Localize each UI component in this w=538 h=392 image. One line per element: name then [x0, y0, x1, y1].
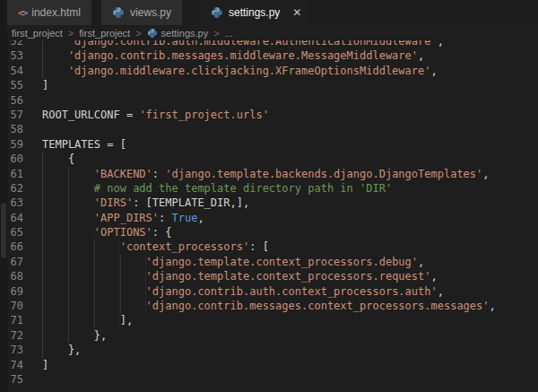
code-line[interactable]: 56 — [7, 93, 538, 108]
token-plain: ], — [120, 314, 133, 327]
code-line[interactable]: 66'context_processors': [ — [7, 240, 538, 254]
token-string: 'APP_DIRS' — [94, 212, 159, 224]
code-text: ], — [42, 313, 133, 327]
line-number[interactable]: 64 — [7, 211, 23, 225]
tab-label: views.py — [130, 6, 171, 19]
code-line[interactable]: 68'django.template.context_processors.re… — [7, 269, 538, 283]
code-lines: 52'django.contrib.auth.middleware.Authen… — [7, 40, 538, 387]
breadcrumb: first_project>first_project>settings.py>… — [7, 25, 538, 40]
code-text: 'django.contrib.auth.middleware.Authenti… — [42, 40, 444, 48]
token-plain: , — [438, 40, 444, 48]
close-icon[interactable]: ✕ — [292, 7, 301, 18]
token-plain: , — [490, 300, 496, 312]
line-number[interactable]: 58 — [7, 122, 23, 136]
code-line[interactable]: 69'django.contrib.auth.context_processor… — [7, 284, 538, 299]
line-number[interactable]: 57 — [7, 108, 23, 122]
token-string: 'django.contrib.messages.middleware.Mess… — [68, 49, 418, 62]
html-icon: <> — [18, 7, 26, 19]
code-line[interactable]: 65'OPTIONS': { — [7, 225, 538, 240]
line-number[interactable]: 74 — [7, 358, 23, 372]
code-line[interactable]: 67'django.template.context_processors.de… — [7, 255, 538, 269]
line-number[interactable]: 69 — [7, 284, 23, 299]
line-number[interactable]: 54 — [7, 64, 23, 78]
code-line[interactable]: 73}, — [7, 343, 538, 357]
code-line[interactable]: 62# now add the template directory path … — [7, 181, 538, 196]
code-text: ] — [42, 78, 48, 92]
line-number[interactable]: 72 — [7, 328, 23, 343]
code-line[interactable]: 54'django.middleware.clickjacking.XFrame… — [7, 64, 538, 78]
line-number[interactable]: 62 — [7, 181, 23, 196]
code-line[interactable]: 53'django.contrib.messages.middleware.Me… — [7, 48, 538, 63]
line-number[interactable]: 66 — [7, 240, 23, 254]
code-line[interactable]: 74] — [7, 358, 538, 372]
indent-guides — [42, 255, 146, 269]
code-text: 'django.contrib.auth.context_processors.… — [42, 284, 444, 299]
code-line[interactable]: 57ROOT_URLCONF = 'first_project.urls' — [7, 108, 538, 122]
token-string: 'OPTIONS' — [94, 226, 152, 239]
breadcrumb-item-settings-py[interactable]: settings.py — [147, 28, 209, 39]
line-number[interactable]: 67 — [7, 255, 23, 269]
tab-views-py[interactable]: views.py — [101, 0, 182, 25]
code-text: ] — [42, 358, 48, 372]
breadcrumb-item-first-project[interactable]: first_project — [12, 28, 63, 39]
token-string: 'django.contrib.auth.middleware.Authenti… — [68, 40, 438, 48]
token-string: 'DIRS' — [94, 196, 133, 209]
python-icon — [211, 6, 223, 19]
code-line[interactable]: 72}, — [7, 328, 538, 343]
code-line[interactable]: 75 — [7, 372, 538, 387]
token-string: 'django.contrib.auth.context_processors.… — [146, 285, 438, 298]
tab-index-html[interactable]: <>index.html — [7, 0, 91, 25]
line-number[interactable]: 60 — [7, 152, 23, 166]
line-number[interactable]: 52 — [7, 40, 23, 48]
breadcrumb-item--[interactable]: ... — [225, 28, 233, 39]
line-number[interactable]: 70 — [7, 299, 23, 313]
code-text: 'APP_DIRS': True, — [42, 211, 204, 225]
line-number[interactable]: 65 — [7, 225, 23, 240]
breadcrumb-label: first_project — [12, 28, 63, 39]
token-plain: , — [197, 212, 204, 224]
token-string: 'django.template.context_processors.debu… — [146, 256, 418, 268]
breadcrumb-label: settings.py — [161, 28, 209, 39]
token-plain: ROOT_URLCONF = — [42, 109, 139, 121]
line-number[interactable]: 63 — [7, 196, 23, 210]
code-editor[interactable]: 52'django.contrib.auth.middleware.Authen… — [7, 40, 538, 392]
indent-guides — [42, 313, 120, 327]
line-number[interactable]: 53 — [7, 48, 23, 63]
code-line[interactable]: 59TEMPLATES = [ — [7, 137, 538, 152]
line-number[interactable]: 61 — [7, 167, 23, 181]
indent-guides — [42, 196, 94, 210]
indent-guides — [42, 299, 146, 313]
line-number[interactable]: 68 — [7, 269, 23, 283]
line-number[interactable]: 55 — [7, 78, 23, 92]
line-number[interactable]: 75 — [7, 372, 23, 387]
token-plain: , — [430, 270, 437, 283]
breadcrumb-item-first-project[interactable]: first_project — [79, 28, 130, 39]
token-keyword: True — [172, 212, 198, 224]
token-string: 'django.template.backends.django.DjangoT… — [165, 168, 482, 180]
token-plain: , — [438, 285, 444, 298]
code-line[interactable]: 52'django.contrib.auth.middleware.Authen… — [7, 40, 538, 48]
code-line[interactable]: 64'APP_DIRS': True, — [7, 211, 538, 225]
code-line[interactable]: 58 — [7, 122, 538, 136]
code-line[interactable]: 55] — [7, 78, 538, 92]
indent-guides — [42, 343, 68, 357]
code-line[interactable]: 60{ — [7, 152, 538, 166]
editor-left-gutter-strip — [0, 0, 7, 392]
line-number[interactable]: 56 — [7, 93, 23, 108]
code-text: }, — [42, 343, 81, 357]
line-number[interactable]: 59 — [7, 137, 23, 152]
line-number[interactable]: 73 — [7, 343, 23, 357]
code-line[interactable]: 71], — [7, 313, 538, 327]
code-text: 'context_processors': [ — [42, 240, 269, 254]
scrollbar-thumb[interactable] — [1, 203, 6, 258]
tab-settings-py[interactable]: settings.py✕ — [200, 0, 308, 25]
tab-bar: <>index.htmlviews.pysettings.py✕ — [7, 0, 538, 25]
code-line[interactable]: 63'DIRS': [TEMPLATE_DIR,], — [7, 196, 538, 210]
code-line[interactable]: 70'django.contrib.messages.context_proce… — [7, 299, 538, 313]
line-number[interactable]: 71 — [7, 313, 23, 327]
indent-guides — [42, 152, 68, 166]
breadcrumb-label: ... — [225, 28, 233, 39]
code-line[interactable]: 61'BACKEND': 'django.template.backends.d… — [7, 167, 538, 181]
code-text: ROOT_URLCONF = 'first_project.urls' — [42, 108, 269, 122]
python-icon — [147, 28, 158, 39]
